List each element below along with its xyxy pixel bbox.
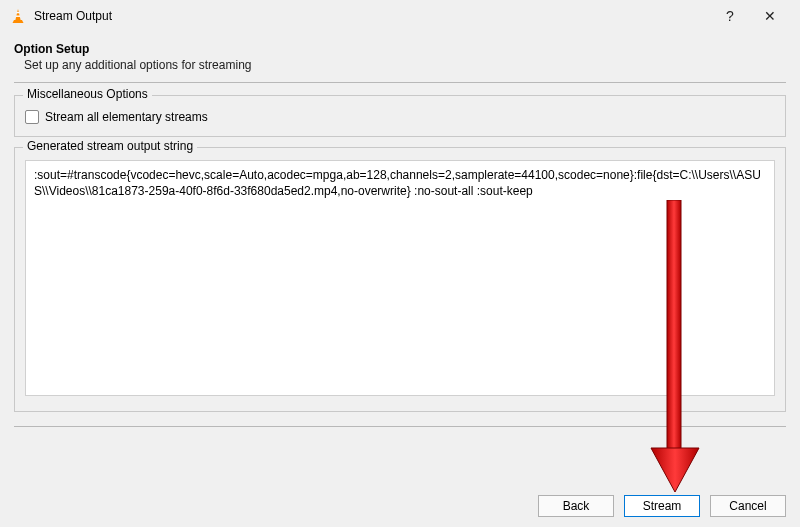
- stream-all-elementary-row[interactable]: Stream all elementary streams: [25, 108, 775, 126]
- generated-output-legend: Generated stream output string: [23, 139, 197, 153]
- checkbox-icon[interactable]: [25, 110, 39, 124]
- svg-marker-3: [13, 20, 24, 23]
- dialog-footer: Back Stream Cancel: [0, 495, 800, 517]
- stream-all-elementary-label: Stream all elementary streams: [45, 110, 208, 124]
- page-subtitle: Set up any additional options for stream…: [24, 58, 786, 72]
- window-titlebar: Stream Output ? ✕: [0, 0, 800, 32]
- generated-output-textarea[interactable]: [25, 160, 775, 396]
- svg-marker-5: [651, 448, 699, 492]
- vlc-cone-icon: [10, 8, 26, 24]
- footer-divider: [14, 426, 786, 427]
- misc-options-legend: Miscellaneous Options: [23, 87, 152, 101]
- back-button[interactable]: Back: [538, 495, 614, 517]
- svg-rect-2: [16, 16, 20, 17]
- svg-rect-1: [17, 12, 20, 13]
- page-title: Option Setup: [14, 42, 786, 56]
- divider: [14, 82, 786, 83]
- help-button[interactable]: ?: [710, 2, 750, 30]
- stream-button[interactable]: Stream: [624, 495, 700, 517]
- svg-marker-0: [15, 9, 20, 20]
- generated-output-group: Generated stream output string: [14, 147, 786, 412]
- window-title: Stream Output: [34, 9, 112, 23]
- cancel-button[interactable]: Cancel: [710, 495, 786, 517]
- misc-options-group: Miscellaneous Options Stream all element…: [14, 95, 786, 137]
- close-button[interactable]: ✕: [750, 2, 790, 30]
